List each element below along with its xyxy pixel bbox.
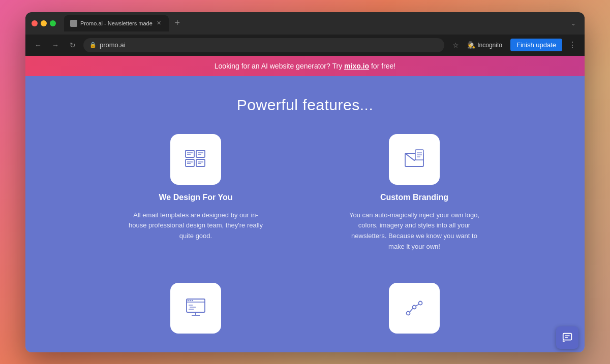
design-title: We Design For You xyxy=(159,193,233,202)
design-desc: All email templates are designed by our … xyxy=(125,210,267,242)
svg-point-27 xyxy=(407,311,410,315)
minimize-button[interactable] xyxy=(41,20,47,26)
code-icon-box xyxy=(170,283,221,334)
design-icon xyxy=(182,146,209,173)
svg-rect-2 xyxy=(196,150,205,157)
bookmark-icon[interactable]: ☆ xyxy=(452,41,459,49)
address-bar-right: ☆ 🕵 Incognito Finish update ⋮ xyxy=(452,39,578,51)
section-title: Powerful features... xyxy=(237,96,373,114)
svg-line-31 xyxy=(416,304,419,306)
feature-card-code xyxy=(107,283,285,334)
incognito-icon: 🕵 xyxy=(467,41,475,49)
active-tab[interactable]: Promo.ai - Newsletters made ✕ xyxy=(64,15,169,31)
feature-card-design: We Design For You All email templates ar… xyxy=(107,134,285,252)
finish-update-button[interactable]: Finish update xyxy=(510,39,562,51)
analytics-icon xyxy=(401,295,428,321)
close-button[interactable] xyxy=(32,20,38,26)
promo-link[interactable]: mixo.io xyxy=(344,62,369,70)
svg-rect-3 xyxy=(196,159,205,167)
tab-close-icon[interactable]: ✕ xyxy=(156,20,163,27)
website-content: Looking for an AI website generator? Try… xyxy=(25,56,585,352)
svg-point-21 xyxy=(192,300,193,301)
promo-text-before: Looking for an AI website generator? Try xyxy=(215,62,344,70)
maximize-button[interactable] xyxy=(50,20,56,26)
design-icon-box xyxy=(170,134,221,185)
analytics-icon-box xyxy=(389,283,440,334)
svg-rect-17 xyxy=(187,299,205,312)
tab-bar: Promo.ai - Newsletters made ✕ + ⌄ xyxy=(64,15,578,31)
title-bar: Promo.ai - Newsletters made ✕ + ⌄ xyxy=(25,12,585,35)
feature-card-analytics xyxy=(325,283,503,334)
url-text: promo.ai xyxy=(100,41,126,49)
branding-title: Custom Branding xyxy=(380,193,448,202)
incognito-button[interactable]: 🕵 Incognito xyxy=(463,39,506,51)
forward-button[interactable]: → xyxy=(49,39,62,52)
svg-point-29 xyxy=(419,301,422,305)
chat-icon xyxy=(562,332,573,343)
incognito-label: Incognito xyxy=(477,42,502,49)
tab-right-controls: ⌄ xyxy=(568,18,578,28)
branding-icon xyxy=(401,146,428,173)
chat-button[interactable] xyxy=(556,326,578,349)
promo-text-after: for free! xyxy=(369,62,395,70)
address-bar: ← → ↻ 🔒 promo.ai ☆ 🕵 Incognito Finish up… xyxy=(25,35,585,56)
lock-icon: 🔒 xyxy=(89,42,97,48)
new-tab-button[interactable]: + xyxy=(171,17,184,30)
svg-point-19 xyxy=(188,300,189,301)
code-icon xyxy=(182,295,209,321)
feature-card-branding: Custom Branding You can auto-magically i… xyxy=(325,134,503,252)
svg-rect-1 xyxy=(186,159,194,167)
tab-dropdown-icon[interactable]: ⌄ xyxy=(568,18,578,28)
reload-button[interactable]: ↻ xyxy=(66,39,79,52)
branding-desc: You can auto-magically inject your own l… xyxy=(343,210,485,252)
browser-window: Promo.ai - Newsletters made ✕ + ⌄ ← → ↻ … xyxy=(25,12,585,352)
svg-line-30 xyxy=(410,308,413,312)
url-bar[interactable]: 🔒 promo.ai xyxy=(83,38,444,52)
svg-point-20 xyxy=(190,300,191,301)
svg-rect-0 xyxy=(186,150,194,157)
back-button[interactable]: ← xyxy=(32,39,45,52)
branding-icon-box xyxy=(389,134,440,185)
svg-rect-32 xyxy=(563,334,572,340)
more-options-icon[interactable]: ⋮ xyxy=(566,40,578,50)
tab-title: Promo.ai - Newsletters made xyxy=(80,20,152,26)
features-grid: We Design For You All email templates ar… xyxy=(107,134,503,334)
traffic-lights xyxy=(32,20,56,26)
promo-banner[interactable]: Looking for an AI website generator? Try… xyxy=(25,56,585,76)
svg-point-28 xyxy=(413,305,416,309)
tab-favicon-icon xyxy=(70,20,77,27)
main-content: Powerful features... xyxy=(25,76,585,352)
